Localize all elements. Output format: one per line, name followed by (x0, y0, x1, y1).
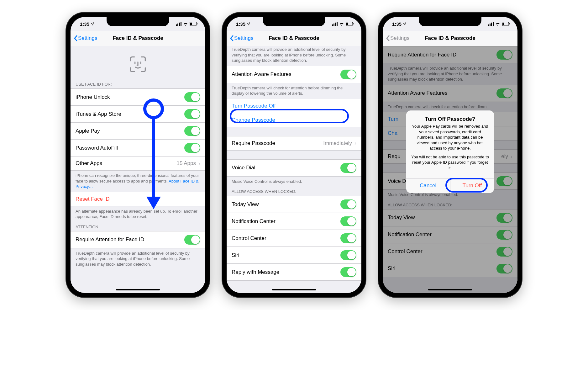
home-indicator[interactable] (272, 289, 316, 290)
alert-cancel-button[interactable]: Cancel (406, 179, 450, 193)
section-header-allow-locked: ALLOW ACCESS WHEN LOCKED: (227, 187, 361, 196)
alert-turn-off-passcode: Turn Off Passcode? Your Apple Pay cards … (406, 110, 494, 193)
svg-rect-6 (197, 23, 197, 24)
row-label: Apple Pay (76, 128, 100, 134)
nav-bar: Settings Face ID & Passcode (383, 31, 517, 46)
row-attention-aware[interactable]: Attention Aware Features (227, 66, 361, 83)
switch-on[interactable] (340, 250, 356, 260)
row-notification-center[interactable]: Notification Center (227, 213, 361, 230)
location-icon (403, 21, 407, 27)
row-reset-faceid[interactable]: Reset Face ID (71, 192, 205, 206)
reset-label: Reset Face ID (76, 196, 110, 202)
row-label: Attention Aware Features (232, 71, 291, 77)
row-label: Today View (232, 201, 259, 208)
row-siri[interactable]: Siri (227, 247, 361, 263)
back-button[interactable]: Settings (74, 35, 97, 41)
back-label: Settings (234, 35, 253, 41)
row-password-autofill[interactable]: Password AutoFill (71, 139, 205, 156)
row-label: Siri (232, 252, 239, 258)
switch-on[interactable] (340, 163, 356, 173)
svg-rect-20 (490, 24, 491, 26)
svg-rect-24 (502, 23, 504, 25)
svg-rect-3 (181, 22, 181, 26)
svg-rect-1 (177, 24, 178, 26)
footer-faceid-privacy: iPhone can recognize the unique, three-d… (71, 171, 205, 192)
row-label: iTunes & App Store (76, 111, 121, 117)
alert-message-2: You will not be able to use this passcod… (411, 154, 490, 171)
row-label: Voice Dial (232, 165, 255, 171)
notch (419, 17, 481, 26)
alert-turn-off-button[interactable]: Turn Off (450, 179, 494, 193)
footer-truncated-top: TrueDepth camera will provide an additio… (227, 46, 361, 66)
location-icon (247, 21, 250, 27)
row-itunes-appstore[interactable]: iTunes & App Store (71, 105, 205, 122)
row-control-center[interactable]: Control Center (227, 230, 361, 247)
row-require-attention[interactable]: Require Attention for Face ID (71, 231, 205, 248)
row-reply-message[interactable]: Reply with Message (227, 263, 361, 281)
row-turn-passcode-off[interactable]: Turn Passcode Off (227, 99, 361, 113)
row-change-passcode[interactable]: Change Passcode (227, 113, 361, 127)
back-label: Settings (390, 35, 409, 41)
footer-reset: An alternate appearance has already been… (71, 206, 205, 222)
row-label: iPhone Unlock (76, 94, 110, 100)
switch-on[interactable] (184, 235, 200, 245)
phone-mockup-3: 1:35 Settings Face ID & Passcode Require… (378, 13, 522, 297)
row-iphone-unlock[interactable]: iPhone Unlock (71, 88, 205, 105)
phone-mockup-1: 1:35 Settings Face ID & Passcode (66, 13, 210, 297)
switch-on[interactable] (184, 143, 200, 153)
switch-on[interactable] (340, 267, 356, 277)
content-scroll[interactable]: USE FACE ID FOR: iPhone Unlock iTunes & … (71, 46, 205, 293)
chevron-left-icon (386, 35, 390, 41)
content-scroll[interactable]: TrueDepth camera will provide an additio… (227, 46, 361, 293)
nav-bar: Settings Face ID & Passcode (71, 31, 205, 46)
alert-message-1: Your Apple Pay cards will be removed and… (411, 124, 490, 151)
row-today-view[interactable]: Today View (227, 196, 361, 213)
switch-on[interactable] (340, 199, 356, 209)
row-label: Change Passcode (232, 117, 275, 123)
chevron-right-icon: › (354, 140, 356, 146)
back-button[interactable]: Settings (230, 35, 253, 41)
row-label: Password AutoFill (76, 145, 118, 151)
wifi-icon (339, 21, 344, 27)
row-label: Turn Passcode Off (232, 103, 276, 109)
switch-on[interactable] (184, 109, 200, 119)
footer-aaf: TrueDepth camera will check for attentio… (227, 83, 361, 99)
switch-on[interactable] (340, 233, 356, 243)
row-other-apps[interactable]: Other Apps 15 Apps › (71, 156, 205, 171)
row-label: Require Attention for Face ID (76, 236, 144, 243)
section-header-attention: ATTENTION (71, 222, 205, 231)
svg-rect-2 (179, 23, 180, 26)
svg-rect-15 (337, 22, 338, 26)
back-label: Settings (78, 35, 97, 41)
switch-on[interactable] (340, 216, 356, 226)
phone-mockup-2: 1:35 Settings Face ID & Passcode TrueDep… (222, 13, 366, 297)
svg-rect-25 (509, 23, 510, 24)
row-voice-dial[interactable]: Voice Dial (227, 159, 361, 177)
battery-icon (502, 21, 510, 27)
svg-rect-21 (491, 23, 492, 26)
row-label: Notification Center (232, 218, 276, 225)
switch-on[interactable] (184, 92, 200, 102)
switch-on[interactable] (340, 70, 356, 79)
row-detail: 15 Apps (177, 160, 196, 167)
svg-rect-0 (176, 24, 177, 26)
row-apple-pay[interactable]: Apple Pay (71, 122, 205, 139)
svg-rect-12 (332, 24, 333, 26)
wifi-icon (495, 21, 500, 27)
faceid-icon (71, 46, 205, 79)
switch-on[interactable] (184, 126, 200, 136)
status-time: 1:35 (80, 21, 89, 27)
home-indicator[interactable] (428, 289, 472, 290)
chevron-left-icon (74, 35, 77, 41)
home-indicator[interactable] (116, 289, 160, 290)
row-require-passcode[interactable]: Require Passcode Immediately› (227, 136, 361, 151)
svg-rect-5 (190, 23, 192, 25)
row-detail: Immediately (323, 140, 352, 146)
battery-icon (346, 21, 354, 27)
row-label: Control Center (232, 235, 266, 241)
svg-rect-18 (353, 23, 354, 24)
wifi-icon (183, 21, 188, 27)
row-label: Reply with Message (232, 269, 279, 275)
svg-rect-22 (493, 22, 494, 26)
section-header-use-faceid: USE FACE ID FOR: (71, 79, 205, 88)
